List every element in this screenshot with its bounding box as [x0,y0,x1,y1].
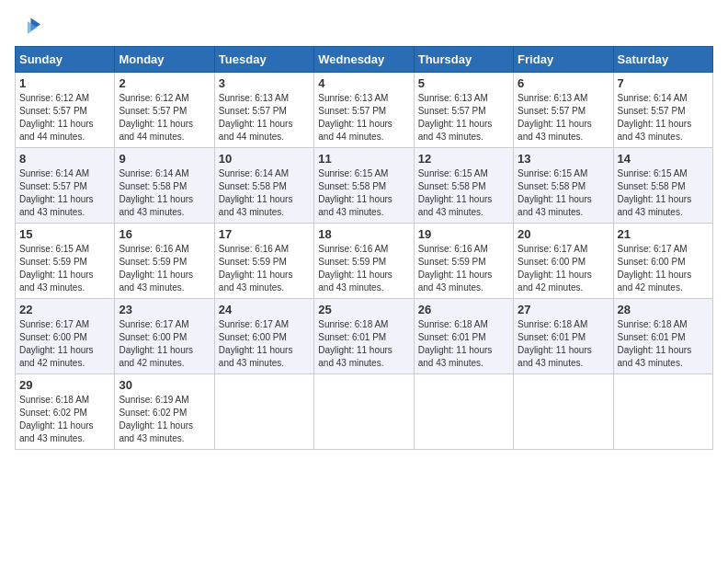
calendar-day-cell: 6 Sunrise: 6:13 AM Sunset: 5:57 PM Dayli… [514,73,613,148]
calendar-day-cell: 18 Sunrise: 6:16 AM Sunset: 5:59 PM Dayl… [314,224,414,299]
calendar-day-cell: 16 Sunrise: 6:16 AM Sunset: 5:59 PM Dayl… [115,224,214,299]
day-number: 8 [19,152,110,166]
calendar-day-cell: 20 Sunrise: 6:17 AM Sunset: 6:00 PM Dayl… [514,224,613,299]
day-info: Sunrise: 6:14 AM Sunset: 5:57 PM Dayligh… [19,167,110,219]
day-info: Sunrise: 6:13 AM Sunset: 5:57 PM Dayligh… [318,92,409,144]
day-info: Sunrise: 6:12 AM Sunset: 5:57 PM Dayligh… [19,92,110,144]
day-info: Sunrise: 6:15 AM Sunset: 5:59 PM Dayligh… [19,243,110,294]
calendar-day-cell [214,374,313,450]
calendar-day-cell: 10 Sunrise: 6:14 AM Sunset: 5:58 PM Dayl… [214,148,313,224]
calendar-day-cell: 13 Sunrise: 6:15 AM Sunset: 5:58 PM Dayl… [514,148,613,224]
calendar-day-cell: 17 Sunrise: 6:16 AM Sunset: 5:59 PM Dayl… [214,224,313,299]
day-info: Sunrise: 6:13 AM Sunset: 5:57 PM Dayligh… [418,92,509,144]
calendar-week-row: 22 Sunrise: 6:17 AM Sunset: 6:00 PM Dayl… [16,299,713,374]
calendar-day-cell [414,374,513,450]
day-number: 29 [19,378,110,392]
calendar-day-header: Saturday [613,47,712,73]
calendar-day-header: Friday [514,47,613,73]
calendar-day-cell [514,374,613,450]
calendar-table: SundayMondayTuesdayWednesdayThursdayFrid… [15,46,713,450]
day-number: 24 [219,303,310,316]
calendar-day-cell: 22 Sunrise: 6:17 AM Sunset: 6:00 PM Dayl… [16,299,115,374]
calendar-header-row: SundayMondayTuesdayWednesdayThursdayFrid… [16,47,713,73]
calendar-day-cell: 9 Sunrise: 6:14 AM Sunset: 5:58 PM Dayli… [115,148,214,224]
day-number: 11 [318,152,409,166]
day-info: Sunrise: 6:15 AM Sunset: 5:58 PM Dayligh… [318,167,409,219]
calendar-day-cell: 25 Sunrise: 6:18 AM Sunset: 6:01 PM Dayl… [314,299,414,374]
day-info: Sunrise: 6:12 AM Sunset: 5:57 PM Dayligh… [119,92,210,144]
calendar-day-cell: 27 Sunrise: 6:18 AM Sunset: 6:01 PM Dayl… [514,299,613,374]
calendar-day-cell: 1 Sunrise: 6:12 AM Sunset: 5:57 PM Dayli… [16,73,115,148]
day-number: 19 [418,227,509,241]
calendar-day-cell [613,374,712,450]
calendar-day-cell [314,374,414,450]
day-info: Sunrise: 6:14 AM Sunset: 5:58 PM Dayligh… [219,167,310,219]
calendar-body: 1 Sunrise: 6:12 AM Sunset: 5:57 PM Dayli… [16,73,713,450]
day-number: 15 [19,227,110,241]
calendar-day-cell: 23 Sunrise: 6:17 AM Sunset: 6:00 PM Dayl… [115,299,214,374]
day-number: 4 [318,76,409,90]
day-info: Sunrise: 6:17 AM Sunset: 6:00 PM Dayligh… [518,243,609,294]
day-info: Sunrise: 6:18 AM Sunset: 6:01 PM Dayligh… [418,318,509,370]
day-number: 6 [518,76,609,90]
day-number: 7 [618,76,709,90]
day-number: 9 [119,152,210,166]
day-info: Sunrise: 6:13 AM Sunset: 5:57 PM Dayligh… [518,92,609,144]
day-number: 1 [19,76,110,90]
day-info: Sunrise: 6:15 AM Sunset: 5:58 PM Dayligh… [418,167,509,219]
day-info: Sunrise: 6:18 AM Sunset: 6:01 PM Dayligh… [618,318,709,370]
calendar-day-cell: 3 Sunrise: 6:13 AM Sunset: 5:57 PM Dayli… [214,73,313,148]
calendar-day-cell: 24 Sunrise: 6:17 AM Sunset: 6:00 PM Dayl… [214,299,313,374]
calendar-day-header: Sunday [16,47,115,73]
day-number: 2 [119,76,210,90]
day-info: Sunrise: 6:17 AM Sunset: 6:00 PM Dayligh… [119,318,210,370]
day-info: Sunrise: 6:15 AM Sunset: 5:58 PM Dayligh… [518,167,609,219]
calendar-day-cell: 14 Sunrise: 6:15 AM Sunset: 5:58 PM Dayl… [613,148,712,224]
logo [15,15,44,40]
calendar-day-cell: 30 Sunrise: 6:19 AM Sunset: 6:02 PM Dayl… [115,374,214,450]
day-number: 26 [418,303,509,316]
day-number: 3 [219,76,310,90]
calendar-day-header: Monday [115,47,214,73]
calendar-day-cell: 29 Sunrise: 6:18 AM Sunset: 6:02 PM Dayl… [16,374,115,450]
calendar-day-cell: 12 Sunrise: 6:15 AM Sunset: 5:58 PM Dayl… [414,148,513,224]
calendar-day-cell: 28 Sunrise: 6:18 AM Sunset: 6:01 PM Dayl… [613,299,712,374]
day-number: 21 [618,227,709,241]
day-info: Sunrise: 6:15 AM Sunset: 5:58 PM Dayligh… [618,167,709,219]
calendar-day-cell: 11 Sunrise: 6:15 AM Sunset: 5:58 PM Dayl… [314,148,414,224]
calendar-day-header: Wednesday [314,47,414,73]
calendar-day-header: Thursday [414,47,513,73]
calendar-week-row: 29 Sunrise: 6:18 AM Sunset: 6:02 PM Dayl… [16,374,713,450]
day-info: Sunrise: 6:18 AM Sunset: 6:01 PM Dayligh… [318,318,409,370]
day-info: Sunrise: 6:14 AM Sunset: 5:57 PM Dayligh… [618,92,709,144]
day-number: 13 [518,152,609,166]
day-info: Sunrise: 6:17 AM Sunset: 6:00 PM Dayligh… [618,243,709,294]
calendar-week-row: 1 Sunrise: 6:12 AM Sunset: 5:57 PM Dayli… [16,73,713,148]
logo-icon [15,15,40,40]
day-number: 28 [618,303,709,316]
day-number: 23 [119,303,210,316]
day-info: Sunrise: 6:19 AM Sunset: 6:02 PM Dayligh… [119,394,210,445]
day-number: 12 [418,152,509,166]
day-info: Sunrise: 6:16 AM Sunset: 5:59 PM Dayligh… [418,243,509,294]
day-info: Sunrise: 6:17 AM Sunset: 6:00 PM Dayligh… [19,318,110,370]
day-info: Sunrise: 6:18 AM Sunset: 6:02 PM Dayligh… [19,394,110,445]
day-info: Sunrise: 6:14 AM Sunset: 5:58 PM Dayligh… [119,167,210,219]
calendar-day-cell: 7 Sunrise: 6:14 AM Sunset: 5:57 PM Dayli… [613,73,712,148]
calendar-day-cell: 5 Sunrise: 6:13 AM Sunset: 5:57 PM Dayli… [414,73,513,148]
day-info: Sunrise: 6:18 AM Sunset: 6:01 PM Dayligh… [518,318,609,370]
calendar-day-cell: 21 Sunrise: 6:17 AM Sunset: 6:00 PM Dayl… [613,224,712,299]
calendar-day-cell: 19 Sunrise: 6:16 AM Sunset: 5:59 PM Dayl… [414,224,513,299]
day-info: Sunrise: 6:16 AM Sunset: 5:59 PM Dayligh… [318,243,409,294]
day-number: 25 [318,303,409,316]
day-number: 10 [219,152,310,166]
day-number: 30 [119,378,210,392]
day-number: 5 [418,76,509,90]
calendar-week-row: 15 Sunrise: 6:15 AM Sunset: 5:59 PM Dayl… [16,224,713,299]
day-number: 14 [618,152,709,166]
day-info: Sunrise: 6:16 AM Sunset: 5:59 PM Dayligh… [219,243,310,294]
calendar-week-row: 8 Sunrise: 6:14 AM Sunset: 5:57 PM Dayli… [16,148,713,224]
day-number: 16 [119,227,210,241]
day-number: 18 [318,227,409,241]
calendar-day-cell: 4 Sunrise: 6:13 AM Sunset: 5:57 PM Dayli… [314,73,414,148]
